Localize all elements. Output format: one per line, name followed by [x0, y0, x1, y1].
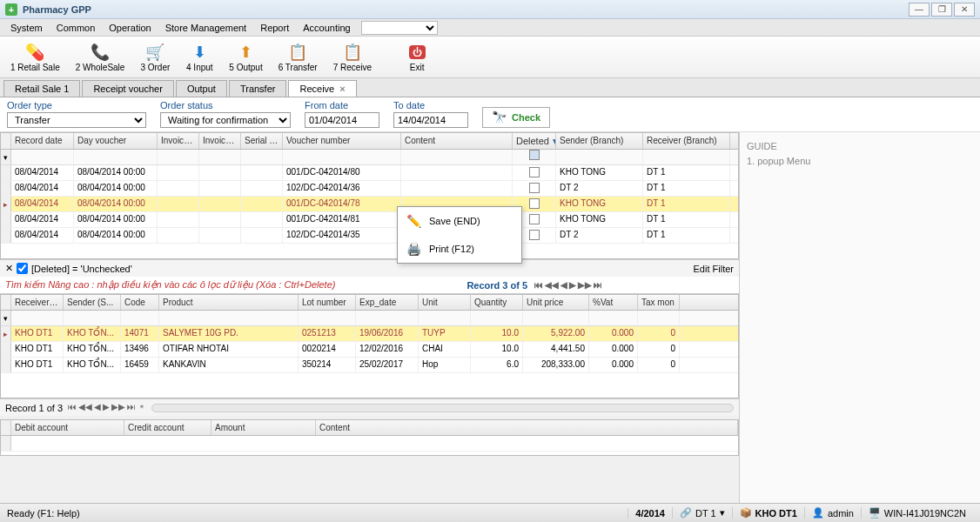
- dcol-product[interactable]: Product: [159, 295, 299, 310]
- to-date-input[interactable]: [393, 112, 468, 128]
- col-sender[interactable]: Sender (Branch): [556, 133, 643, 149]
- tool-receive[interactable]: 📋 7 Receive: [326, 40, 379, 74]
- pager-next-page[interactable]: ▶▶: [111, 402, 125, 414]
- bcol-content[interactable]: Content: [316, 420, 738, 435]
- status-branch2: KHO DT1: [755, 508, 797, 519]
- menu-report[interactable]: Report: [253, 21, 296, 35]
- dcol-lot[interactable]: Lot number: [299, 295, 356, 310]
- maximize-button[interactable]: ❐: [931, 3, 952, 17]
- col-day-voucher[interactable]: Day voucher: [74, 133, 158, 149]
- table-row[interactable]: 08/04/201408/04/2014 00:00102/DC-042014/…: [1, 181, 738, 197]
- dcol-price[interactable]: Unit price: [523, 295, 589, 310]
- filter-enabled-checkbox[interactable]: [17, 263, 28, 274]
- deleted-checkbox[interactable]: [529, 230, 540, 240]
- tool-transfer[interactable]: 📋 6 Transfer: [272, 40, 325, 74]
- guide-panel: GUIDE 1. popup Menu: [747, 139, 973, 168]
- table-row[interactable]: 08/04/201408/04/2014 00:00102/DC-042014/…: [1, 228, 738, 244]
- dcol-qty[interactable]: Quantity: [471, 295, 523, 310]
- status-branch1: DT 1: [695, 508, 716, 519]
- col-receiver[interactable]: Receiver (Branch): [643, 133, 730, 149]
- pager-last[interactable]: ⏭: [127, 402, 136, 414]
- table-row[interactable]: KHO DT1KHO TỔN...16459KANKAVIN35021425/0…: [1, 358, 738, 373]
- table-row[interactable]: 08/04/201408/04/2014 00:00001/DC-042014/…: [1, 212, 738, 228]
- nav-last[interactable]: ⏭: [594, 280, 602, 290]
- menu-print[interactable]: 🖨️ Print (F12): [398, 235, 521, 263]
- col-content[interactable]: Content: [401, 133, 513, 149]
- nav-next[interactable]: ▶: [569, 280, 576, 290]
- bcol-debit[interactable]: Debit account: [11, 420, 124, 435]
- tool-output[interactable]: ⬆ 5 Output: [222, 40, 269, 74]
- filter-deleted-checkbox[interactable]: [529, 150, 540, 160]
- col-invoice1[interactable]: Invoice...: [158, 133, 199, 149]
- menu-store[interactable]: Store Management: [158, 21, 254, 35]
- order-type-select[interactable]: Transfer: [7, 112, 146, 128]
- tool-retail-sale[interactable]: 💊 1 Retail Sale: [3, 40, 67, 74]
- table-row[interactable]: ▸08/04/201408/04/2014 00:00001/DC-042014…: [1, 197, 738, 212]
- arrow-up-icon: ⬆: [235, 42, 256, 63]
- pager-prev[interactable]: ◀: [94, 402, 101, 414]
- clear-filter-icon[interactable]: ✕: [5, 263, 13, 274]
- tab-transfer[interactable]: Transfer: [229, 80, 287, 97]
- dcol-receiver[interactable]: Receiver (...: [11, 295, 64, 310]
- dcol-code[interactable]: Code: [121, 295, 159, 310]
- chevron-down-icon[interactable]: ▾: [720, 507, 725, 519]
- check-button[interactable]: 🔭 Check: [482, 107, 550, 128]
- col-serial[interactable]: Serial n...: [241, 133, 283, 149]
- dcol-unit[interactable]: Unit: [419, 295, 471, 310]
- from-date-input[interactable]: [305, 112, 379, 128]
- dcol-tax[interactable]: Tax mon: [638, 295, 680, 310]
- filter-bar: Order type Transfer Order status Waiting…: [0, 97, 980, 132]
- record-counter: Record 3 of 5: [467, 280, 527, 291]
- pager-next[interactable]: ▶: [103, 402, 110, 414]
- tool-input[interactable]: ⬇ 4 Input: [178, 40, 220, 74]
- tool-order[interactable]: 🛒 3 Order: [133, 40, 177, 74]
- tab-receipt-voucher[interactable]: Receipt voucher: [82, 80, 174, 97]
- nav-prev[interactable]: ◀: [560, 280, 567, 290]
- table-row[interactable]: 08/04/201408/04/2014 00:00001/DC-042014/…: [1, 165, 738, 181]
- dcol-exp[interactable]: Exp_date: [356, 295, 419, 310]
- pager-prev-page[interactable]: ◀◀: [78, 402, 92, 414]
- deleted-checkbox[interactable]: [529, 214, 540, 224]
- menu-system[interactable]: System: [3, 21, 50, 35]
- deleted-checkbox[interactable]: [529, 167, 540, 177]
- order-status-select[interactable]: Waiting for confirmation: [160, 112, 291, 128]
- menu-dropdown[interactable]: [361, 21, 438, 35]
- tool-wholesale[interactable]: 📞 2 WholeSale: [69, 40, 132, 74]
- close-button[interactable]: ✕: [954, 3, 975, 17]
- menu-accounting[interactable]: Accounting: [296, 21, 357, 35]
- pager-first[interactable]: ⏮: [68, 402, 77, 414]
- nav-prev-page[interactable]: ◀◀: [545, 280, 559, 290]
- deleted-checkbox[interactable]: [529, 183, 540, 193]
- tool-exit[interactable]: ⏻ Exit: [396, 40, 438, 74]
- menu-common[interactable]: Common: [50, 21, 103, 35]
- col-voucher-number[interactable]: Voucher number: [283, 133, 401, 149]
- tab-output[interactable]: Output: [176, 80, 227, 97]
- table-row[interactable]: ▸KHO DT1KHO TỔN...14071SALYMET 10G PD.02…: [1, 326, 738, 342]
- nav-first[interactable]: ⏮: [534, 280, 543, 290]
- edit-filter-link[interactable]: Edit Filter: [694, 264, 734, 274]
- tab-retail-sale[interactable]: Retail Sale 1: [3, 80, 80, 97]
- col-deleted[interactable]: Deleted▼: [513, 133, 556, 149]
- dcol-vat[interactable]: %Vat: [589, 295, 638, 310]
- close-tab-icon[interactable]: ×: [339, 84, 345, 94]
- toolbar: 💊 1 Retail Sale 📞 2 WholeSale 🛒 3 Order …: [0, 37, 980, 78]
- status-user: admin: [828, 508, 854, 519]
- pager-asterisk[interactable]: ＊: [138, 402, 146, 414]
- guide-title: GUIDE: [747, 139, 973, 154]
- horizontal-scrollbar[interactable]: [151, 404, 734, 412]
- tab-receive[interactable]: Receive×: [288, 80, 356, 97]
- pencil-icon: ✏️: [405, 212, 422, 230]
- bcol-credit[interactable]: Credit account: [124, 420, 211, 435]
- nav-next-page[interactable]: ▶▶: [578, 280, 592, 290]
- col-invoice2[interactable]: Invoice...: [199, 133, 241, 149]
- deleted-checkbox[interactable]: [529, 198, 540, 209]
- pill-icon: 💊: [24, 42, 45, 63]
- minimize-button[interactable]: —: [909, 3, 930, 17]
- dcol-sender[interactable]: Sender (S...: [64, 295, 121, 310]
- menu-save[interactable]: ✏️ Save (END): [398, 207, 521, 235]
- table-row[interactable]: KHO DT1KHO TỔN...13496OTIFAR NHOTAI00202…: [1, 342, 738, 358]
- warehouse-icon: 📦: [740, 507, 752, 519]
- menu-operation[interactable]: Operation: [102, 21, 158, 35]
- bcol-amount[interactable]: Amount: [211, 420, 316, 435]
- col-record-date[interactable]: Record date: [11, 133, 74, 149]
